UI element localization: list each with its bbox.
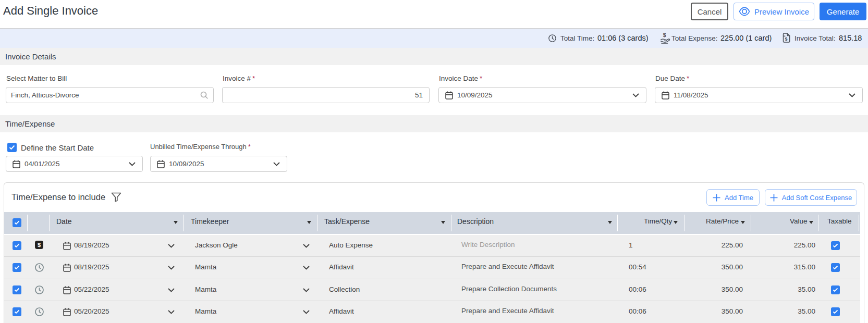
svg-text:$: $ bbox=[663, 32, 666, 38]
svg-text:$: $ bbox=[785, 36, 788, 42]
